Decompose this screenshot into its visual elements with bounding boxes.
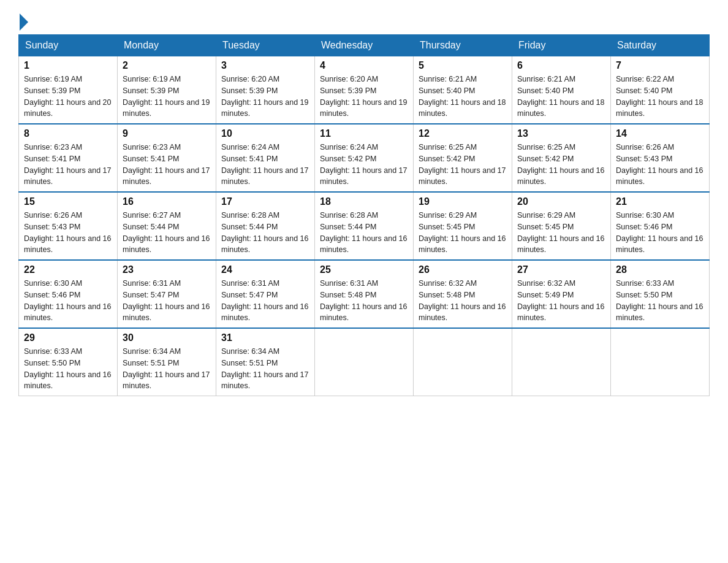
day-info: Sunrise: 6:32 AMSunset: 5:49 PMDaylight:… xyxy=(517,278,605,324)
table-row: 24Sunrise: 6:31 AMSunset: 5:47 PMDayligh… xyxy=(216,260,315,328)
day-info: Sunrise: 6:30 AMSunset: 5:46 PMDaylight:… xyxy=(616,210,704,256)
day-info: Sunrise: 6:31 AMSunset: 5:47 PMDaylight:… xyxy=(221,278,309,324)
day-number: 5 xyxy=(419,60,507,71)
day-info: Sunrise: 6:32 AMSunset: 5:48 PMDaylight:… xyxy=(419,278,507,324)
calendar-table: SundayMondayTuesdayWednesdayThursdayFrid… xyxy=(18,34,710,396)
table-row: 16Sunrise: 6:27 AMSunset: 5:44 PMDayligh… xyxy=(118,192,216,260)
column-header-saturday: Saturday xyxy=(611,35,710,56)
calendar-week-row: 1Sunrise: 6:19 AMSunset: 5:39 PMDaylight… xyxy=(19,56,710,124)
day-number: 23 xyxy=(123,264,211,275)
day-info: Sunrise: 6:22 AMSunset: 5:40 PMDaylight:… xyxy=(616,74,704,120)
table-row: 12Sunrise: 6:25 AMSunset: 5:42 PMDayligh… xyxy=(414,124,512,192)
table-row: 9Sunrise: 6:23 AMSunset: 5:41 PMDaylight… xyxy=(118,124,216,192)
day-info: Sunrise: 6:28 AMSunset: 5:44 PMDaylight:… xyxy=(221,210,309,256)
day-info: Sunrise: 6:24 AMSunset: 5:41 PMDaylight:… xyxy=(221,142,309,188)
day-number: 12 xyxy=(419,128,507,139)
table-row: 7Sunrise: 6:22 AMSunset: 5:40 PMDaylight… xyxy=(611,56,710,124)
day-info: Sunrise: 6:27 AMSunset: 5:44 PMDaylight:… xyxy=(123,210,211,256)
table-row: 18Sunrise: 6:28 AMSunset: 5:44 PMDayligh… xyxy=(315,192,414,260)
day-number: 3 xyxy=(221,60,309,71)
day-number: 19 xyxy=(419,196,507,207)
table-row xyxy=(611,328,710,396)
day-number: 20 xyxy=(517,196,605,207)
day-number: 7 xyxy=(616,60,704,71)
table-row: 17Sunrise: 6:28 AMSunset: 5:44 PMDayligh… xyxy=(216,192,315,260)
calendar-week-row: 8Sunrise: 6:23 AMSunset: 5:41 PMDaylight… xyxy=(19,124,710,192)
table-row: 2Sunrise: 6:19 AMSunset: 5:39 PMDaylight… xyxy=(118,56,216,124)
table-row: 27Sunrise: 6:32 AMSunset: 5:49 PMDayligh… xyxy=(512,260,611,328)
day-number: 17 xyxy=(221,196,309,207)
day-info: Sunrise: 6:34 AMSunset: 5:51 PMDaylight:… xyxy=(123,346,211,392)
table-row: 11Sunrise: 6:24 AMSunset: 5:42 PMDayligh… xyxy=(315,124,414,192)
day-number: 29 xyxy=(24,332,112,343)
day-info: Sunrise: 6:23 AMSunset: 5:41 PMDaylight:… xyxy=(24,142,112,188)
table-row: 6Sunrise: 6:21 AMSunset: 5:40 PMDaylight… xyxy=(512,56,611,124)
day-info: Sunrise: 6:23 AMSunset: 5:41 PMDaylight:… xyxy=(123,142,211,188)
table-row: 13Sunrise: 6:25 AMSunset: 5:42 PMDayligh… xyxy=(512,124,611,192)
column-header-thursday: Thursday xyxy=(414,35,512,56)
calendar-week-row: 22Sunrise: 6:30 AMSunset: 5:46 PMDayligh… xyxy=(19,260,710,328)
day-info: Sunrise: 6:34 AMSunset: 5:51 PMDaylight:… xyxy=(221,346,309,392)
day-info: Sunrise: 6:31 AMSunset: 5:48 PMDaylight:… xyxy=(320,278,408,324)
day-number: 14 xyxy=(616,128,704,139)
day-info: Sunrise: 6:20 AMSunset: 5:39 PMDaylight:… xyxy=(320,74,408,120)
day-number: 2 xyxy=(123,60,211,71)
table-row: 10Sunrise: 6:24 AMSunset: 5:41 PMDayligh… xyxy=(216,124,315,192)
logo xyxy=(18,12,28,28)
day-number: 30 xyxy=(123,332,211,343)
table-row: 4Sunrise: 6:20 AMSunset: 5:39 PMDaylight… xyxy=(315,56,414,124)
day-number: 25 xyxy=(320,264,408,275)
day-info: Sunrise: 6:19 AMSunset: 5:39 PMDaylight:… xyxy=(24,74,112,120)
column-header-wednesday: Wednesday xyxy=(315,35,414,56)
day-info: Sunrise: 6:24 AMSunset: 5:42 PMDaylight:… xyxy=(320,142,408,188)
table-row: 31Sunrise: 6:34 AMSunset: 5:51 PMDayligh… xyxy=(216,328,315,396)
table-row xyxy=(414,328,512,396)
column-header-sunday: Sunday xyxy=(19,35,118,56)
table-row: 26Sunrise: 6:32 AMSunset: 5:48 PMDayligh… xyxy=(414,260,512,328)
day-info: Sunrise: 6:26 AMSunset: 5:43 PMDaylight:… xyxy=(616,142,704,188)
table-row: 15Sunrise: 6:26 AMSunset: 5:43 PMDayligh… xyxy=(19,192,118,260)
table-row: 29Sunrise: 6:33 AMSunset: 5:50 PMDayligh… xyxy=(19,328,118,396)
day-info: Sunrise: 6:29 AMSunset: 5:45 PMDaylight:… xyxy=(419,210,507,256)
table-row: 19Sunrise: 6:29 AMSunset: 5:45 PMDayligh… xyxy=(414,192,512,260)
day-number: 18 xyxy=(320,196,408,207)
table-row: 22Sunrise: 6:30 AMSunset: 5:46 PMDayligh… xyxy=(19,260,118,328)
day-number: 6 xyxy=(517,60,605,71)
day-number: 13 xyxy=(517,128,605,139)
day-info: Sunrise: 6:25 AMSunset: 5:42 PMDaylight:… xyxy=(517,142,605,188)
day-number: 16 xyxy=(123,196,211,207)
day-number: 27 xyxy=(517,264,605,275)
day-info: Sunrise: 6:33 AMSunset: 5:50 PMDaylight:… xyxy=(616,278,704,324)
table-row: 23Sunrise: 6:31 AMSunset: 5:47 PMDayligh… xyxy=(118,260,216,328)
calendar-header-row: SundayMondayTuesdayWednesdayThursdayFrid… xyxy=(19,35,710,56)
column-header-friday: Friday xyxy=(512,35,611,56)
logo-arrow-icon xyxy=(20,13,28,31)
table-row: 14Sunrise: 6:26 AMSunset: 5:43 PMDayligh… xyxy=(611,124,710,192)
day-info: Sunrise: 6:33 AMSunset: 5:50 PMDaylight:… xyxy=(24,346,112,392)
day-number: 10 xyxy=(221,128,309,139)
day-info: Sunrise: 6:30 AMSunset: 5:46 PMDaylight:… xyxy=(24,278,112,324)
table-row: 30Sunrise: 6:34 AMSunset: 5:51 PMDayligh… xyxy=(118,328,216,396)
day-number: 28 xyxy=(616,264,704,275)
day-info: Sunrise: 6:28 AMSunset: 5:44 PMDaylight:… xyxy=(320,210,408,256)
table-row xyxy=(315,328,414,396)
table-row: 21Sunrise: 6:30 AMSunset: 5:46 PMDayligh… xyxy=(611,192,710,260)
table-row: 25Sunrise: 6:31 AMSunset: 5:48 PMDayligh… xyxy=(315,260,414,328)
day-number: 15 xyxy=(24,196,112,207)
day-number: 4 xyxy=(320,60,408,71)
table-row: 20Sunrise: 6:29 AMSunset: 5:45 PMDayligh… xyxy=(512,192,611,260)
day-number: 21 xyxy=(616,196,704,207)
calendar-week-row: 15Sunrise: 6:26 AMSunset: 5:43 PMDayligh… xyxy=(19,192,710,260)
day-number: 1 xyxy=(24,60,112,71)
table-row: 28Sunrise: 6:33 AMSunset: 5:50 PMDayligh… xyxy=(611,260,710,328)
day-info: Sunrise: 6:26 AMSunset: 5:43 PMDaylight:… xyxy=(24,210,112,256)
day-number: 9 xyxy=(123,128,211,139)
page-header xyxy=(18,12,710,28)
day-info: Sunrise: 6:20 AMSunset: 5:39 PMDaylight:… xyxy=(221,74,309,120)
day-number: 24 xyxy=(221,264,309,275)
day-info: Sunrise: 6:31 AMSunset: 5:47 PMDaylight:… xyxy=(123,278,211,324)
column-header-monday: Monday xyxy=(118,35,216,56)
day-info: Sunrise: 6:21 AMSunset: 5:40 PMDaylight:… xyxy=(517,74,605,120)
table-row: 5Sunrise: 6:21 AMSunset: 5:40 PMDaylight… xyxy=(414,56,512,124)
day-number: 8 xyxy=(24,128,112,139)
